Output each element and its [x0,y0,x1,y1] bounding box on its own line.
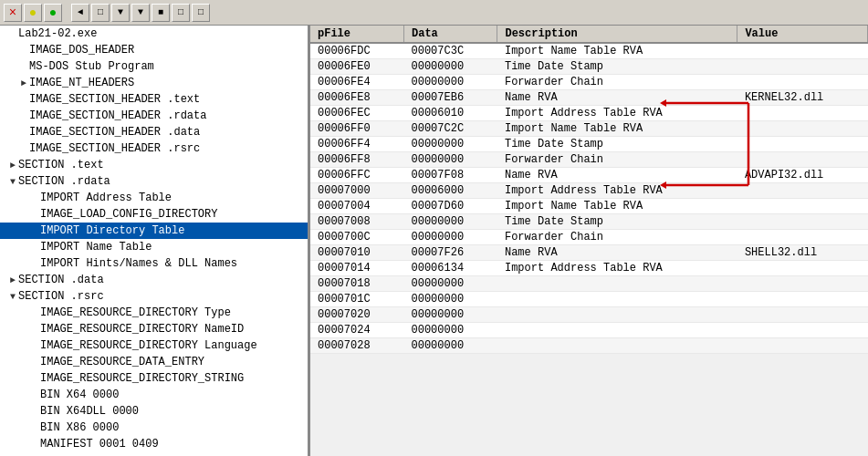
tree-item-msdos_stub[interactable]: MS-DOS Stub Program [0,58,308,75]
expand-icon-section_text: ► [7,161,18,171]
cell-value-7 [737,152,868,168]
back-btn[interactable]: ◄ [71,4,89,22]
table-row[interactable]: 0000700000006000Import Address Table RVA [310,183,868,199]
table-row[interactable]: 00006FFC00007F08Name RVAADVAPI32.dll [310,168,868,183]
table-row[interactable]: 0000701000007F26Name RVASHELL32.dll [310,245,868,261]
expand-icon-section_rdata: ▼ [7,177,18,187]
down2-btn[interactable]: ▼ [131,4,150,22]
tree-item-section_data[interactable]: ►SECTION .data [0,272,308,288]
tree-item-section_rsrc_hdr[interactable]: IMAGE_SECTION_HEADER .rsrc [0,140,308,157]
cell-data-17: 00000000 [403,307,497,323]
cell-desc-10: Import Name Table RVA [497,199,737,214]
cell-value-11 [737,214,868,230]
table-row[interactable]: 0000700800000000Time Date Stamp [310,214,868,230]
tree-container: Lab21-02.exeIMAGE_DOS_HEADERMS-DOS Stub … [0,26,308,452]
tree-item-bin_x64dll_0000[interactable]: BIN X64DLL 0000 [0,403,308,420]
table-body: 00006FDC00007C3CImport Name Table RVA000… [310,43,868,354]
data-table: pFile Data Description Value 00006FDC000… [310,26,868,354]
tree-item-res_dir_string[interactable]: IMAGE_RESOURCE_DIRECTORY_STRING [0,370,308,387]
tree-item-lab21[interactable]: Lab21-02.exe [0,26,308,42]
table-row[interactable]: 0000702000000000 [310,307,868,323]
cell-value-4 [737,106,868,121]
right-pane: pFile Data Description Value 00006FDC000… [310,26,868,354]
table-row[interactable]: 00006FEC00006010Import Address Table RVA [310,106,868,121]
cell-pfile-16: 0000701C [310,292,403,307]
minimize-btn[interactable]: ● [24,4,42,22]
tree-item-section_text[interactable]: ►SECTION .text [0,157,308,173]
cell-desc-1: Time Date Stamp [497,59,737,75]
cell-desc-4: Import Address Table RVA [497,106,737,121]
table-row[interactable]: 00006FF400000000Time Date Stamp [310,137,868,152]
table-row[interactable]: 0000701400006134Import Address Table RVA [310,261,868,276]
table-row[interactable]: 0000702400000000 [310,323,868,338]
tree-item-import_name_table[interactable]: IMPORT Name Table [0,239,308,255]
table-row[interactable]: 0000702800000000 [310,338,868,354]
table-row[interactable]: 0000701800000000 [310,276,868,292]
tree-item-section_rdata[interactable]: ▼SECTION .rdata [0,173,308,190]
cell-value-19 [737,338,868,354]
cell-value-14 [737,261,868,276]
cell-data-6: 00000000 [403,137,497,152]
tree-item-section_data_hdr[interactable]: IMAGE_SECTION_HEADER .data [0,124,308,140]
tree-label-import_hints: IMPORT Hints/Names & DLL Names [40,257,237,270]
cell-data-13: 00007F26 [403,245,497,261]
cell-data-18: 00000000 [403,323,497,338]
tree-item-section_text_hdr[interactable]: IMAGE_SECTION_HEADER .text [0,91,308,108]
cell-value-15 [737,276,868,292]
tree-item-import_hints[interactable]: IMPORT Hints/Names & DLL Names [0,255,308,272]
table-row[interactable]: 0000700C00000000Forwarder Chain [310,230,868,245]
tree-label-res_dir_nameid: IMAGE_RESOURCE_DIRECTORY NameID [40,323,244,336]
tree-item-import_dir_table[interactable]: IMPORT Directory Table [0,223,308,239]
tree-item-dos_header[interactable]: IMAGE_DOS_HEADER [0,42,308,58]
tree-item-section_rdata_hdr[interactable]: IMAGE_SECTION_HEADER .rdata [0,108,308,124]
cell-desc-15 [497,276,737,292]
tree-item-res_dir_lang[interactable]: IMAGE_RESOURCE_DIRECTORY Language [0,337,308,354]
checkbox-btn[interactable]: □ [91,4,110,22]
box2-btn[interactable]: □ [192,4,210,22]
tree-item-bin_x64_0000[interactable]: BIN X64 0000 [0,387,308,403]
cell-data-19: 00000000 [403,338,497,354]
tree-label-dos_header: IMAGE_DOS_HEADER [29,44,134,57]
cell-value-12 [737,230,868,245]
table-row[interactable]: 00006FE800007EB6Name RVAKERNEL32.dll [310,90,868,106]
cell-value-13: SHELL32.dll [737,245,868,261]
tree-item-load_config[interactable]: IMAGE_LOAD_CONFIG_DIRECTORY [0,206,308,223]
tree-item-manifest[interactable]: MANIFEST 0001 0409 [0,436,308,452]
tree-label-section_text_hdr: IMAGE_SECTION_HEADER .text [29,93,200,106]
table-row[interactable]: 00006FE400000000Forwarder Chain [310,75,868,90]
box1-btn[interactable]: □ [172,4,190,22]
cell-value-8: ADVAPI32.dll [737,168,868,183]
cell-pfile-7: 00006FF8 [310,152,403,168]
cell-desc-6: Time Date Stamp [497,137,737,152]
table-row[interactable]: 0000701C00000000 [310,292,868,307]
fill-btn[interactable]: ■ [152,4,170,22]
cell-desc-14: Import Address Table RVA [497,261,737,276]
tree-item-bin_x86_0000[interactable]: BIN X86 0000 [0,420,308,436]
cell-data-7: 00000000 [403,152,497,168]
cell-value-16 [737,292,868,307]
cell-desc-0: Import Name Table RVA [497,43,737,59]
close-btn[interactable]: × [4,4,22,22]
tree-label-import_dir_table: IMPORT Directory Table [40,224,184,237]
tree-item-res_data_entry[interactable]: IMAGE_RESOURCE_DATA_ENTRY [0,354,308,370]
table-row[interactable]: 00006FF000007C2CImport Name Table RVA [310,121,868,137]
table-row[interactable]: 00006FF800000000Forwarder Chain [310,152,868,168]
maximize-btn[interactable]: ● [44,4,62,22]
table-row[interactable]: 00006FE000000000Time Date Stamp [310,59,868,75]
cell-data-16: 00000000 [403,292,497,307]
tree-label-lab21: Lab21-02.exe [18,27,97,40]
expand-icon-section_data: ► [7,275,18,285]
main-layout: Lab21-02.exeIMAGE_DOS_HEADERMS-DOS Stub … [0,26,868,456]
cell-pfile-13: 00007010 [310,245,403,261]
table-row[interactable]: 00006FDC00007C3CImport Name Table RVA [310,43,868,59]
tree-item-res_dir_type[interactable]: IMAGE_RESOURCE_DIRECTORY Type [0,305,308,321]
tree-item-section_rsrc[interactable]: ▼SECTION .rsrc [0,288,308,305]
cell-data-11: 00000000 [403,214,497,230]
cell-desc-9: Import Address Table RVA [497,183,737,199]
tree-item-import_addr_table[interactable]: IMPORT Address Table [0,190,308,206]
down1-btn[interactable]: ▼ [111,4,130,22]
tree-item-res_dir_nameid[interactable]: IMAGE_RESOURCE_DIRECTORY NameID [0,321,308,337]
tree-label-import_name_table: IMPORT Name Table [40,241,152,254]
tree-item-nt_headers[interactable]: ►IMAGE_NT_HEADERS [0,75,308,91]
table-row[interactable]: 0000700400007D60Import Name Table RVA [310,199,868,214]
